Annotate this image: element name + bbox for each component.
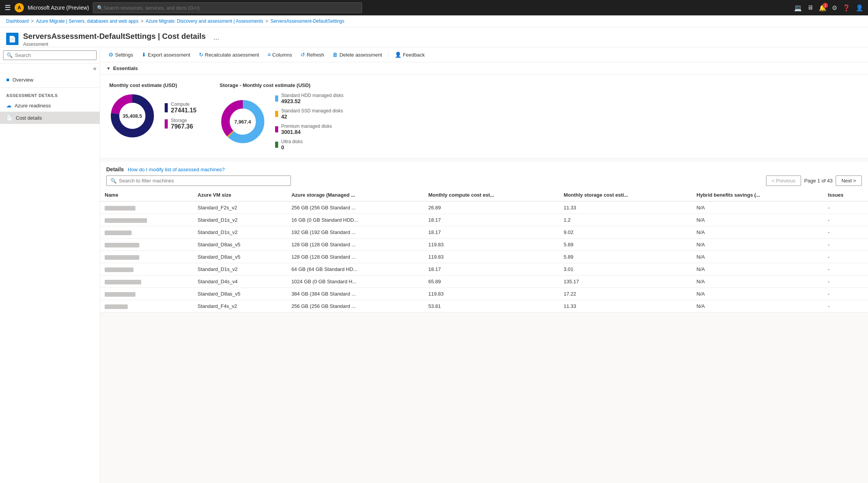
how-to-link[interactable]: How do I modify list of assessed machine… <box>128 167 225 172</box>
sidebar-divider-1 <box>0 87 100 88</box>
global-search-input[interactable] <box>103 5 358 11</box>
global-search[interactable]: 🔍 <box>93 2 362 13</box>
cell-compute-cost: 18.17 <box>424 214 559 226</box>
compute-legend-text: Compute 27441.15 <box>171 102 197 114</box>
sidebar-item-azure-readiness[interactable]: ☁ Azure readiness <box>0 99 100 112</box>
columns-icon: ≡ <box>267 52 270 58</box>
cell-hybrid-savings: N/A <box>692 239 823 251</box>
monthly-cost-section: 35,408.5 Compute 27441.15 <box>109 93 197 139</box>
cell-issues: - <box>823 288 868 300</box>
sidebar-azure-readiness-label: Azure readiness <box>15 103 51 109</box>
sidebar-search-icon: 🔍 <box>7 52 13 58</box>
columns-button[interactable]: ≡ Columns <box>264 50 295 60</box>
cell-vm-size: Standard_D4s_v4 <box>193 276 287 288</box>
pagination: < Previous Page 1 of 43 Next > <box>766 175 862 186</box>
cell-compute-cost: 119.83 <box>424 288 559 300</box>
charts-area: Monthly cost estimate (USD) 35,408.5 <box>100 75 868 159</box>
monthly-cost-title: Monthly cost estimate (USD) <box>109 82 197 88</box>
account-icon[interactable]: 👤 <box>856 4 863 12</box>
recalculate-icon: ↻ <box>199 52 204 58</box>
premium-legend-text: Premium managed disks 3001.84 <box>281 124 332 135</box>
cell-name <box>100 201 193 214</box>
sidebar-item-overview[interactable]: ■ Overview <box>0 74 100 86</box>
cell-storage-cost: 11.33 <box>559 300 692 313</box>
feedback-button[interactable]: 👤 Feedback <box>391 50 429 60</box>
cell-hybrid-savings: N/A <box>692 300 823 313</box>
more-options-button[interactable]: ... <box>214 33 219 42</box>
storage-cost-donut: 7,967.4 <box>220 99 266 145</box>
cell-storage: 256 GB (256 GB Standard ... <box>287 201 424 214</box>
table-row[interactable]: Standard_F4s_v2256 GB (256 GB Standard .… <box>100 300 868 313</box>
storage-cost-center-value: 7,967.4 <box>234 119 251 125</box>
cell-vm-size: Standard_F4s_v2 <box>193 300 287 313</box>
cell-name <box>100 251 193 263</box>
search-icon: 🔍 <box>97 5 103 11</box>
cloud-shell-icon[interactable]: 💻 <box>794 4 802 12</box>
breadcrumb-assessments[interactable]: Azure Migrate: Discovery and assessment … <box>146 18 263 24</box>
table-row[interactable]: Standard_D4s_v41024 GB (0 GB Standard H.… <box>100 276 868 288</box>
hamburger-menu[interactable]: ☰ <box>5 3 11 12</box>
cell-vm-size: Standard_D1s_v2 <box>193 214 287 226</box>
delete-assessment-button[interactable]: 🗑 Delete assessment <box>329 50 386 60</box>
premium-legend-dot <box>275 126 278 132</box>
help-icon[interactable]: ❓ <box>843 4 850 12</box>
page-header-text: ServersAssessment-DefaultSettings | Cost… <box>23 32 206 47</box>
previous-button[interactable]: < Previous <box>766 175 801 186</box>
table-row[interactable]: Standard_D1s_v216 GB (0 GB Standard HDD.… <box>100 214 868 226</box>
azure-icon: A <box>15 3 24 12</box>
sidebar-item-cost-details[interactable]: 📄 Cost details <box>0 112 100 124</box>
ultra-legend-item: Ultra disks 0 <box>275 139 344 150</box>
table-row[interactable]: Standard_F2s_v2256 GB (256 GB Standard .… <box>100 201 868 214</box>
table-row[interactable]: Standard_D1s_v2192 GB (192 GB Standard .… <box>100 226 868 239</box>
settings-icon[interactable]: ⚙ <box>832 4 837 12</box>
storage-legend-item: Storage 7967.36 <box>165 118 197 130</box>
col-name: Name <box>100 189 193 201</box>
toolbar-separator <box>388 50 389 59</box>
col-vm-size: Azure VM size <box>193 189 287 201</box>
portal-icon[interactable]: 🖥 <box>807 4 813 11</box>
breadcrumb-migrate-servers[interactable]: Azure Migrate | Servers, databases and w… <box>36 18 139 24</box>
col-storage: Azure storage (Managed ... <box>287 189 424 201</box>
breadcrumb: Dashboard > Azure Migrate | Servers, dat… <box>0 15 868 27</box>
sidebar-search-box[interactable]: 🔍 <box>3 50 97 60</box>
settings-toolbar-icon: ⚙ <box>108 52 114 58</box>
cell-storage: 16 GB (0 GB Standard HDD... <box>287 214 424 226</box>
table-row[interactable]: Standard_D1s_v264 GB (64 GB Standard HD.… <box>100 263 868 276</box>
recalculate-button[interactable]: ↻ Recalculate assessment <box>195 50 263 60</box>
cell-compute-cost: 18.17 <box>424 226 559 239</box>
hdd-legend-dot <box>275 95 278 102</box>
export-icon: ⬇ <box>142 52 146 58</box>
cell-hybrid-savings: N/A <box>692 288 823 300</box>
monthly-cost-legend: Compute 27441.15 Storage 7967.36 <box>165 102 197 130</box>
notifications-icon[interactable]: 🔔 1 <box>819 4 826 12</box>
cell-compute-cost: 26.89 <box>424 201 559 214</box>
breadcrumb-default-settings[interactable]: ServersAssessment-DefaultSettings <box>270 18 344 24</box>
storage-legend-text: Storage 7967.36 <box>171 118 193 130</box>
table-row[interactable]: Standard_D8as_v5128 GB (128 GB Standard … <box>100 251 868 263</box>
export-assessment-button[interactable]: ⬇ Export assessment <box>138 50 194 60</box>
essentials-header[interactable]: ▼ Essentials <box>100 62 868 75</box>
essentials-section: ▼ Essentials Monthly cost estimate (USD) <box>100 62 868 159</box>
settings-button[interactable]: ⚙ Settings <box>105 50 137 60</box>
next-button[interactable]: Next > <box>836 175 862 186</box>
cost-details-icon: 📄 <box>6 115 13 121</box>
breadcrumb-dashboard[interactable]: Dashboard <box>6 18 29 24</box>
cell-vm-size: Standard_D1s_v2 <box>193 263 287 276</box>
cell-name <box>100 288 193 300</box>
cell-compute-cost: 119.83 <box>424 239 559 251</box>
table-row[interactable]: Standard_D8as_v5384 GB (384 GB Standard … <box>100 288 868 300</box>
refresh-button[interactable]: ↺ Refresh <box>297 50 328 60</box>
cell-storage: 256 GB (256 GB Standard ... <box>287 300 424 313</box>
details-section: Details How do I modify list of assessed… <box>100 162 868 313</box>
cell-hybrid-savings: N/A <box>692 263 823 276</box>
filter-input[interactable] <box>119 178 287 184</box>
essentials-chevron-icon: ▼ <box>106 66 111 71</box>
storage-cost-title: Storage - Monthly cost estimate (USD) <box>220 82 344 88</box>
top-navigation: ☰ A Microsoft Azure (Preview) 🔍 💻 🖥 🔔 1 … <box>0 0 868 15</box>
sidebar-search-input[interactable] <box>15 52 93 58</box>
table-row[interactable]: Standard_D8as_v5128 GB (128 GB Standard … <box>100 239 868 251</box>
cell-hybrid-savings: N/A <box>692 226 823 239</box>
sidebar-collapse-icon[interactable]: « <box>93 65 97 72</box>
ssd-legend-text: Standard SSD managed disks 42 <box>281 108 343 120</box>
filter-input-box[interactable]: 🔍 <box>106 175 291 186</box>
